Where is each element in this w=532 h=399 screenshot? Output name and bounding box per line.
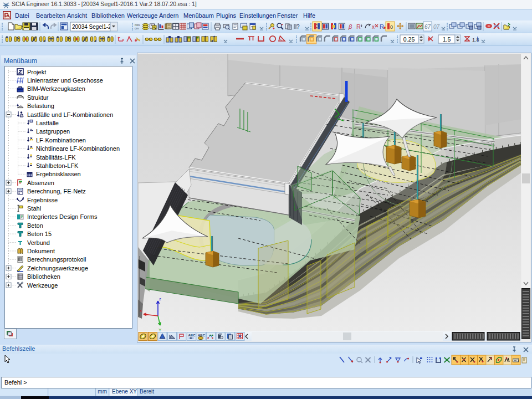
svg-text:LF-Kombinationen: LF-Kombinationen xyxy=(36,137,86,144)
svg-text:0: 0 xyxy=(390,24,393,30)
svg-text:Berechnungsprotokoll: Berechnungsprotokoll xyxy=(27,256,86,263)
svg-text:Y: Y xyxy=(158,328,162,331)
svg-text:Integriertes Design Forms: Integriertes Design Forms xyxy=(27,213,98,220)
svg-text:Bibliotheken: Bibliotheken xyxy=(27,273,60,280)
svg-text:Ergebnisse: Ergebnisse xyxy=(27,197,58,203)
svg-text:Absenzen: Absenzen xyxy=(27,180,54,186)
svg-text:1.5: 1.5 xyxy=(443,36,451,43)
svg-text:Nichtlineare LF-Kombinationen: Nichtlineare LF-Kombinationen xyxy=(36,145,120,152)
svg-text:x: x xyxy=(372,24,375,30)
svg-text:Beton 15: Beton 15 xyxy=(27,231,52,237)
svg-text:ABC: ABC xyxy=(198,334,206,337)
svg-text:R: R xyxy=(356,23,361,30)
svg-text:x: x xyxy=(140,308,142,313)
svg-text:ABC: ABC xyxy=(188,334,196,337)
svg-text:Verbund: Verbund xyxy=(27,239,50,246)
svg-text:R: R xyxy=(380,23,384,30)
svg-text:Beton: Beton xyxy=(27,222,43,229)
svg-text:cm: cm xyxy=(135,27,139,30)
svg-text:Projekt: Projekt xyxy=(27,69,46,75)
svg-text:Stabilitäts-LFK: Stabilitäts-LFK xyxy=(36,154,76,161)
svg-text:67: 67 xyxy=(424,24,431,30)
svg-text:Lastfälle und LF-Kombinationen: Lastfälle und LF-Kombinationen xyxy=(27,111,113,118)
svg-text:z: z xyxy=(159,296,161,301)
svg-text:?: ? xyxy=(296,24,300,30)
svg-text:07: 07 xyxy=(433,24,440,30)
svg-text:0.25: 0.25 xyxy=(403,36,415,43)
svg-text:Lastfälle: Lastfälle xyxy=(36,120,59,126)
svg-text:Struktur: Struktur xyxy=(27,94,49,101)
svg-text:Stahl: Stahl xyxy=(27,205,41,212)
svg-text:Berechnung, FE-Netz: Berechnung, FE-Netz xyxy=(27,188,86,195)
svg-text:Stahlbeton-LFK: Stahlbeton-LFK xyxy=(36,162,79,169)
svg-text:Zeichnungswerkzeuge: Zeichnungswerkzeuge xyxy=(27,265,88,272)
svg-text:Lastgruppen: Lastgruppen xyxy=(36,128,70,135)
svg-text:BIM-Werkzeugkasten: BIM-Werkzeugkasten xyxy=(27,85,85,92)
svg-text:Linienraster und Geschosse: Linienraster und Geschosse xyxy=(27,77,103,84)
svg-text:Ergebnisklassen: Ergebnisklassen xyxy=(36,171,81,177)
svg-text:Werkzeuge: Werkzeuge xyxy=(27,282,58,289)
svg-text:β: β xyxy=(348,23,352,30)
svg-text:Belastung: Belastung xyxy=(27,103,54,109)
svg-text:Dokument: Dokument xyxy=(27,248,55,254)
